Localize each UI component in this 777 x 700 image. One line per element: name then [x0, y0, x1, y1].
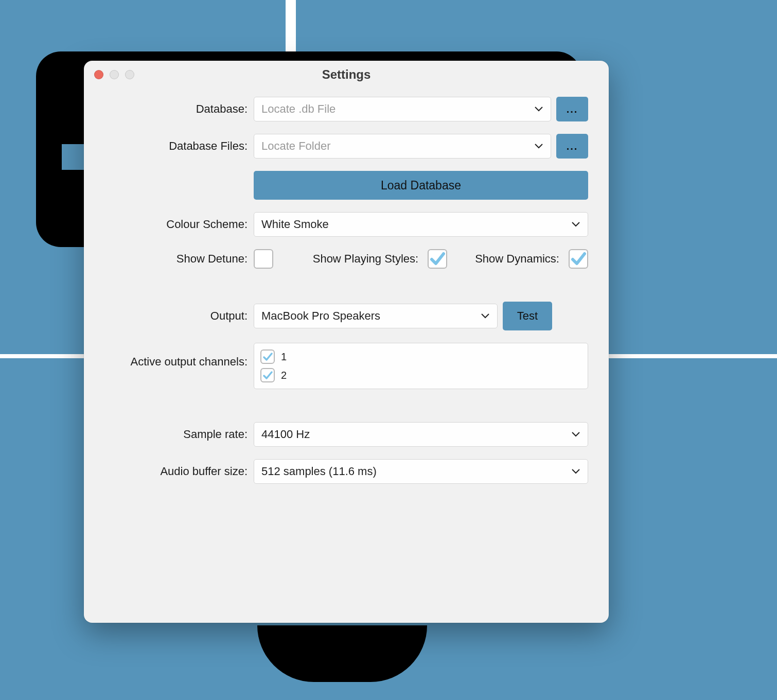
- channel-1-label: 1: [281, 351, 287, 363]
- sample-rate-label: Sample rate:: [99, 428, 254, 441]
- channel-item: 1: [260, 347, 581, 366]
- show-detune-label: Show Detune:: [99, 252, 254, 266]
- ellipsis-label: ...: [567, 141, 578, 152]
- output-value: MacBook Pro Speakers: [261, 309, 380, 323]
- sample-rate-select[interactable]: 44100 Hz: [254, 422, 588, 447]
- database-files-browse-button[interactable]: ...: [556, 134, 588, 159]
- database-files-placeholder: Locate Folder: [261, 139, 331, 153]
- chevron-down-icon: [535, 107, 543, 112]
- window-minimize-button[interactable]: [110, 70, 119, 79]
- output-select[interactable]: MacBook Pro Speakers: [254, 304, 498, 328]
- test-output-button[interactable]: Test: [503, 302, 552, 330]
- database-select[interactable]: Locate .db File: [254, 97, 551, 121]
- database-label: Database:: [99, 102, 254, 116]
- chevron-down-icon: [481, 313, 489, 319]
- channel-2-label: 2: [281, 370, 287, 381]
- output-label: Output:: [99, 309, 254, 323]
- database-browse-button[interactable]: ...: [556, 97, 588, 121]
- sample-rate-value: 44100 Hz: [261, 428, 310, 441]
- database-placeholder: Locate .db File: [261, 102, 335, 116]
- window-close-button[interactable]: [94, 70, 103, 79]
- show-dynamics-label: Show Dynamics:: [475, 252, 559, 266]
- buffer-size-select[interactable]: 512 samples (11.6 ms): [254, 459, 588, 484]
- load-database-button[interactable]: Load Database: [254, 171, 588, 200]
- bg-shape: [257, 625, 427, 682]
- active-channels-label: Active output channels:: [99, 343, 254, 369]
- database-files-select[interactable]: Locate Folder: [254, 134, 551, 159]
- chevron-down-icon: [572, 222, 580, 227]
- ellipsis-label: ...: [567, 103, 578, 115]
- colour-scheme-select[interactable]: White Smoke: [254, 212, 588, 237]
- show-detune-checkbox[interactable]: [254, 249, 273, 269]
- chevron-down-icon: [535, 144, 543, 149]
- channel-1-checkbox[interactable]: [260, 349, 275, 364]
- active-channels-box: 1 2: [254, 343, 588, 389]
- load-database-label: Load Database: [381, 179, 461, 192]
- show-dynamics-checkbox[interactable]: [569, 249, 588, 269]
- window-title: Settings: [322, 67, 371, 82]
- colour-scheme-label: Colour Scheme:: [99, 218, 254, 231]
- colour-scheme-value: White Smoke: [261, 218, 329, 231]
- window-maximize-button[interactable]: [125, 70, 134, 79]
- channel-item: 2: [260, 366, 581, 384]
- buffer-size-label: Audio buffer size:: [99, 465, 254, 478]
- chevron-down-icon: [572, 469, 580, 474]
- settings-window: Settings Database: Locate .db File ... D…: [84, 61, 609, 623]
- database-files-label: Database Files:: [99, 139, 254, 153]
- show-playing-styles-checkbox[interactable]: [428, 249, 447, 269]
- channel-2-checkbox[interactable]: [260, 368, 275, 382]
- show-playing-styles-label: Show Playing Styles:: [313, 252, 418, 266]
- test-label: Test: [517, 309, 538, 323]
- buffer-size-value: 512 samples (11.6 ms): [261, 465, 377, 478]
- chevron-down-icon: [572, 432, 580, 437]
- titlebar: Settings: [84, 61, 609, 89]
